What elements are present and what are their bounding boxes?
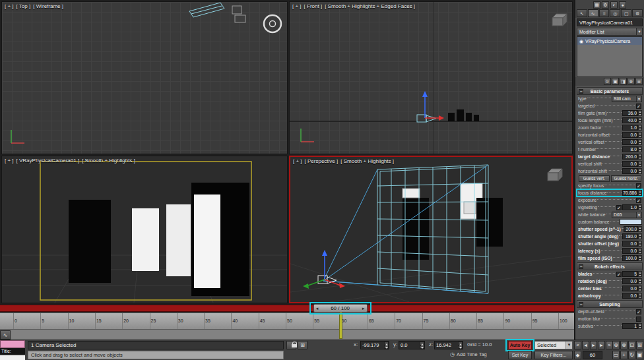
plane-object-top[interactable]	[189, 3, 224, 17]
next-frame-button[interactable]: ►	[598, 341, 605, 349]
value-field[interactable]: 0.0	[622, 285, 638, 291]
spinner-arrows[interactable]	[638, 293, 642, 299]
add-time-tag-button[interactable]: Add Time Tag	[457, 351, 487, 357]
value-field[interactable]: 0.0	[622, 278, 638, 284]
selection-lock-toggle[interactable]	[286, 341, 296, 349]
slider-left-arrow-icon[interactable]: ◄	[315, 307, 319, 311]
rendered-frame-window-icon[interactable]: ◐	[610, 1, 618, 9]
viewport-name-button[interactable]: [ Front ]	[304, 3, 323, 9]
value-field[interactable]: 8.0	[622, 146, 638, 152]
viewcube[interactable]	[552, 14, 567, 26]
value-field[interactable]: 0.0	[622, 132, 638, 138]
spinner-arrows[interactable]	[638, 271, 642, 277]
mini-curve-editor-button[interactable]: ∿	[0, 330, 11, 340]
spinner-arrows[interactable]	[458, 342, 463, 349]
checkbox[interactable]: ✓	[616, 205, 622, 210]
value-field[interactable]: 36.0	[622, 110, 638, 116]
spinner-arrows[interactable]	[638, 226, 642, 232]
orbit-icon[interactable]: ↻	[628, 351, 635, 359]
pin-stack-icon[interactable]: ⊙	[604, 78, 611, 85]
zoom-icon[interactable]: ⊕	[612, 341, 620, 349]
spinner-arrows[interactable]	[638, 190, 642, 196]
rollout-header-sampling[interactable]: −Sampling	[577, 300, 643, 308]
spinner-arrows[interactable]	[638, 255, 642, 261]
track-bar[interactable]: ∿	[0, 329, 574, 340]
button-guess-horiz[interactable]: Guess horiz.	[611, 175, 642, 182]
viewport-menu-button[interactable]: [ + ]	[292, 3, 302, 9]
viewport-shading-button[interactable]: [ Wireframe ]	[33, 3, 63, 9]
viewport-name-button[interactable]: [ Top ]	[16, 3, 31, 9]
slider-right-arrow-icon[interactable]: ►	[362, 307, 366, 311]
maxscript-listener-pink[interactable]	[0, 340, 25, 348]
checkbox[interactable]: ✓	[636, 309, 641, 315]
spinner-arrows[interactable]	[638, 323, 642, 329]
selection-set-dropdown[interactable]: Selected▼	[534, 341, 573, 349]
modifier-list-dropdown[interactable]: Modifier List▼	[577, 28, 643, 36]
viewport-perspective[interactable]: [ + ] [ Perspective ] [ Smooth + Highlig…	[289, 156, 573, 303]
zoom-all-icon[interactable]: ⊗	[620, 341, 628, 349]
previous-frame-button[interactable]: ◄	[582, 341, 589, 349]
spinner-arrows[interactable]	[638, 125, 642, 131]
render-production-icon[interactable]: ●	[619, 1, 626, 9]
timeline-ruler[interactable]: 0510152025303540455055606570758085909510…	[0, 313, 574, 329]
box-objects-front[interactable]	[448, 109, 479, 121]
key-mode-toggle[interactable]: ◆	[574, 351, 581, 359]
make-unique-icon[interactable]: ◨	[620, 78, 627, 85]
modifier-stack[interactable]: ◉ VRayPhysicalCamera	[577, 36, 643, 77]
key-filters-button[interactable]: Key Filters...	[534, 351, 573, 359]
coord-z-field[interactable]: 16.942	[434, 341, 463, 349]
auto-key-button[interactable]: Auto Key	[508, 341, 532, 349]
value-field[interactable]: 1.0	[622, 125, 638, 131]
show-end-result-icon[interactable]: ▣	[612, 78, 619, 85]
value-field[interactable]: 0.0	[622, 139, 638, 145]
zoom-extents-icon[interactable]: ⊡	[628, 341, 635, 349]
pan-icon[interactable]: +	[620, 351, 628, 359]
viewport-top[interactable]: [ + ] [ Top ] [ Wireframe ]	[1, 1, 288, 154]
value-field[interactable]: 200.0	[622, 154, 638, 160]
spinner-arrows[interactable]	[638, 204, 642, 210]
spinner-arrows[interactable]	[638, 248, 642, 254]
rollout-header-basic-parameters[interactable]: −Basic parameters	[577, 87, 643, 95]
spinner-arrows[interactable]	[638, 285, 642, 291]
viewport-menu-button[interactable]: [ + ]	[293, 158, 302, 164]
viewport-menu-button[interactable]: [ + ]	[5, 158, 14, 164]
zoom-region-icon[interactable]: ▭	[612, 351, 620, 359]
absolute-offset-toggle[interactable]: ⊞	[298, 341, 307, 349]
object-name-field[interactable]: VRayPhysicalCamera01	[577, 18, 643, 26]
checkbox[interactable]: ✓	[636, 198, 641, 203]
dropdown[interactable]: D65▼	[612, 212, 642, 218]
value-field[interactable]: 1	[622, 323, 638, 329]
checkbox[interactable]: ✓	[616, 272, 622, 277]
spinner-arrows[interactable]	[638, 168, 642, 174]
current-frame-field[interactable]: 60	[583, 351, 602, 359]
viewcube[interactable]	[548, 169, 562, 181]
checkbox[interactable]: ✓	[636, 183, 641, 189]
value-field[interactable]: 180.0	[622, 233, 638, 239]
value-field[interactable]: 0.0	[622, 241, 638, 247]
camera-object-perspective[interactable]	[318, 276, 337, 284]
tab-utilities[interactable]: ⚙	[632, 9, 643, 17]
dropdown[interactable]: Still cam▼	[612, 96, 642, 102]
box-objects-top[interactable]	[232, 6, 245, 22]
value-field[interactable]: 100.0	[622, 255, 638, 261]
viewport-shading-button[interactable]: [ Smooth + Highlights + Edged Faces ]	[325, 3, 415, 9]
layer-manager-icon[interactable]: ▦	[593, 1, 600, 9]
value-field[interactable]: 40.0	[622, 117, 638, 123]
spinner-arrows[interactable]	[638, 233, 642, 239]
viewport-shading-button[interactable]: [ Smooth + Highlights ]	[82, 158, 135, 164]
viewport-front[interactable]: [ + ] [ Front ] [ Smooth + Highlights + …	[289, 1, 573, 154]
render-setup-icon[interactable]: ⚙	[602, 1, 609, 9]
time-slider-track[interactable]	[0, 305, 574, 312]
spinner-arrows[interactable]	[638, 132, 642, 138]
spinner-arrows[interactable]	[638, 154, 642, 160]
box-objects-cameraview[interactable]	[69, 183, 249, 296]
remove-modifier-icon[interactable]: ⊗	[628, 78, 635, 85]
time-slider-button[interactable]: ◄ 60 / 100 ►	[313, 304, 368, 313]
spinner-arrows[interactable]	[638, 161, 642, 167]
viewport-camera[interactable]: [ + ] [ VRayPhysicalCamera01 ] [ Smooth …	[1, 156, 288, 303]
spinner-arrows[interactable]	[638, 278, 642, 284]
chevron-down-icon[interactable]: ▼	[636, 28, 642, 35]
button-guess-vert[interactable]: Guess vert.	[579, 175, 610, 182]
viewport-menu-button[interactable]: [ + ]	[5, 3, 14, 9]
tab-motion[interactable]: ◎	[610, 9, 620, 17]
